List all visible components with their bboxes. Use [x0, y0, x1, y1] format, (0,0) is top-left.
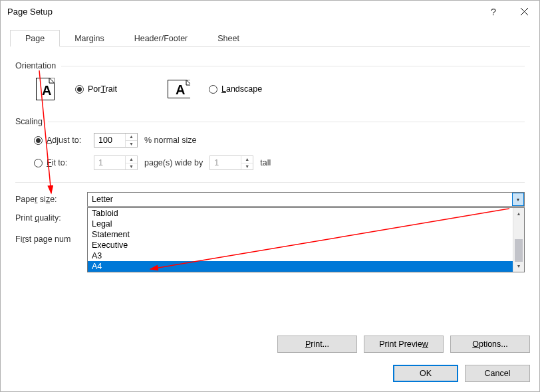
svg-text:A: A — [42, 83, 51, 98]
fit-to-row: Fit to: ▲▼ page(s) wide by ▲▼ tall — [34, 155, 525, 170]
paper-size-drop-button[interactable]: ▼ — [512, 193, 524, 206]
spin-up-icon[interactable]: ▲ — [241, 156, 253, 163]
ok-button[interactable]: OK — [393, 365, 458, 382]
tab-sheet[interactable]: Sheet — [202, 30, 255, 47]
window-title: Page Setup — [7, 7, 478, 17]
spinner-arrows[interactable]: ▲▼ — [125, 156, 137, 169]
page-setup-dialog: Page Setup ? Page Margins Header/Footer … — [0, 0, 540, 392]
adjust-to-label: Adjust to: — [47, 136, 81, 145]
dropdown-scrollbar[interactable]: ▲ ▼ — [513, 208, 524, 272]
fit-to-label: Fit to: — [47, 158, 67, 167]
dropdown-item[interactable]: Tabloid — [88, 208, 513, 219]
spin-down-icon[interactable]: ▼ — [241, 163, 253, 170]
chevron-down-icon: ▼ — [516, 197, 521, 202]
print-button[interactable]: Print... — [277, 336, 357, 353]
print-quality-label: Print quality: — [15, 213, 87, 223]
print-preview-button[interactable]: Print Preview — [364, 336, 444, 353]
paper-size-label: Paper size: — [15, 195, 87, 204]
options-button[interactable]: Options... — [450, 336, 530, 353]
dropdown-item-selected[interactable]: A4 — [88, 261, 513, 272]
scrollbar-track[interactable] — [513, 219, 524, 260]
spin-up-icon[interactable]: ▲ — [126, 134, 137, 141]
dropdown-items: Tabloid Legal Statement Executive A3 A4 — [88, 208, 513, 272]
scaling-group-label: Scaling — [15, 117, 525, 126]
fit-to-radio[interactable]: Fit to: — [34, 158, 87, 167]
orientation-label-text: Orientation — [15, 61, 56, 70]
portrait-radio-label: PorTrait — [88, 84, 117, 94]
first-page-label: First page num — [15, 235, 87, 244]
adjust-to-input[interactable] — [94, 134, 125, 147]
landscape-radio-label: Landscape — [221, 84, 262, 94]
fit-tall-input[interactable] — [210, 156, 241, 169]
adjust-to-row: Adjust to: ▲▼ % normal size — [34, 133, 525, 147]
scaling-label-text: Scaling — [15, 117, 43, 126]
portrait-radio[interactable]: PorTrait — [75, 84, 117, 94]
adjust-to-suffix: % normal size — [144, 136, 197, 145]
landscape-radio[interactable]: Landscape — [209, 84, 262, 94]
scroll-up-icon[interactable]: ▲ — [513, 208, 524, 219]
radio-circle-icon — [34, 136, 43, 145]
tab-strip: Page Margins Header/Footer Sheet — [10, 30, 530, 47]
adjust-to-radio[interactable]: Adjust to: — [34, 136, 87, 145]
paper-size-combo[interactable]: Letter ▼ Tabloid Legal Statement Executi… — [87, 192, 525, 207]
paper-size-value: Letter — [88, 195, 512, 204]
paper-size-row: Paper size: Letter ▼ Tabloid Legal State… — [15, 192, 525, 207]
fit-tall-suffix: tall — [260, 158, 271, 167]
ok-cancel-buttons: OK Cancel — [393, 365, 530, 382]
dropdown-item[interactable]: A3 — [88, 250, 513, 261]
spinner-arrows[interactable]: ▲▼ — [241, 156, 253, 169]
help-button[interactable]: ? — [478, 1, 509, 22]
portrait-icon: A — [34, 77, 57, 101]
fit-wide-suffix: page(s) wide by — [144, 158, 203, 167]
fit-wide-spinner[interactable]: ▲▼ — [94, 155, 138, 170]
adjust-to-spinner[interactable]: ▲▼ — [94, 133, 138, 147]
dropdown-item[interactable]: Statement — [88, 229, 513, 240]
close-icon — [521, 8, 528, 15]
spin-up-icon[interactable]: ▲ — [126, 156, 137, 163]
action-buttons: Print... Print Preview Options... — [277, 336, 530, 353]
fit-tall-spinner[interactable]: ▲▼ — [209, 155, 253, 170]
landscape-icon: A — [168, 77, 190, 101]
fit-wide-input[interactable] — [94, 156, 125, 169]
radio-circle-icon — [209, 85, 217, 94]
dropdown-item[interactable]: Legal — [88, 219, 513, 229]
tab-panel: Orientation A PorTrait A Landscape — [10, 46, 530, 256]
dropdown-item[interactable]: Executive — [88, 240, 513, 250]
radio-circle-icon — [34, 159, 43, 167]
orientation-group-label: Orientation — [15, 61, 525, 70]
tab-margins[interactable]: Margins — [59, 30, 119, 47]
paper-size-dropdown[interactable]: Tabloid Legal Statement Executive A3 A4 … — [87, 207, 525, 272]
tab-page[interactable]: Page — [10, 30, 60, 47]
spinner-arrows[interactable]: ▲▼ — [125, 134, 137, 147]
scroll-down-icon[interactable]: ▼ — [513, 260, 524, 272]
scrollbar-thumb[interactable] — [515, 239, 523, 262]
tab-header-footer[interactable]: Header/Footer — [119, 30, 203, 47]
dialog-content: Page Margins Header/Footer Sheet Orienta… — [1, 22, 539, 391]
spin-down-icon[interactable]: ▼ — [126, 163, 137, 170]
orientation-row: A PorTrait A Landscape — [34, 77, 525, 101]
cancel-button[interactable]: Cancel — [465, 365, 530, 382]
spin-down-icon[interactable]: ▼ — [126, 141, 137, 147]
scaling-block: Adjust to: ▲▼ % normal size Fit to: — [34, 133, 525, 170]
svg-text:A: A — [176, 82, 185, 97]
title-bar: Page Setup ? — [1, 1, 539, 22]
radio-circle-icon — [75, 85, 84, 94]
close-button[interactable] — [509, 1, 539, 22]
